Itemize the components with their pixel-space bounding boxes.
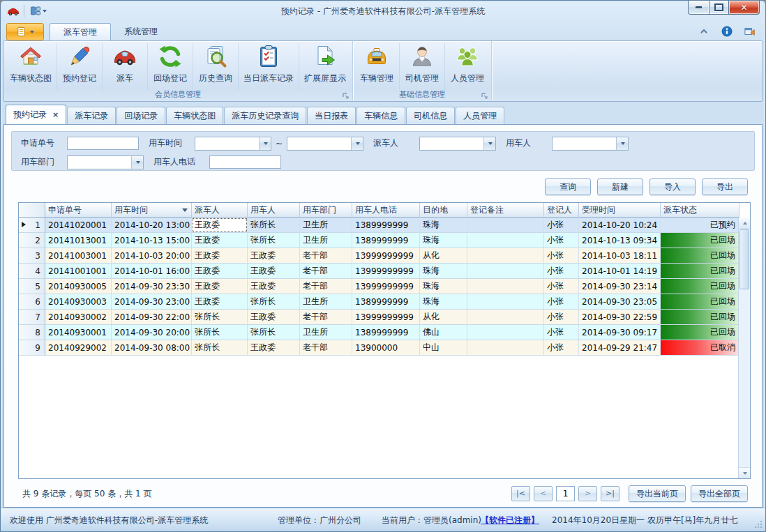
- chevron-down-icon[interactable]: [616, 137, 628, 150]
- cell-dispatcher[interactable]: 张所长: [192, 325, 248, 340]
- cell-dept[interactable]: 老干部: [300, 264, 352, 279]
- cell-status[interactable]: 已回场: [661, 233, 739, 248]
- cell-order_no[interactable]: 20140929002: [45, 340, 112, 356]
- cell-registrar[interactable]: 小张: [544, 340, 579, 356]
- cell-dispatcher[interactable]: 王政委: [192, 279, 248, 294]
- dialog-launcher-icon[interactable]: [480, 91, 488, 100]
- cell-dispatcher[interactable]: 张所长: [192, 340, 248, 356]
- column-header-registrar[interactable]: 登记人: [544, 203, 579, 218]
- chevron-down-icon[interactable]: [351, 137, 363, 150]
- cell-dispatcher[interactable]: 王政委: [192, 264, 248, 279]
- query-button[interactable]: 查询: [545, 178, 591, 195]
- cell-dispatcher[interactable]: 张所长: [192, 310, 248, 325]
- cell-remark[interactable]: [467, 248, 544, 264]
- doc-tab-3[interactable]: 回场记录: [117, 107, 165, 124]
- row-indicator[interactable]: 6: [19, 294, 45, 310]
- table-row[interactable]: 2201410130012014-10-13 15:00王政委张所长卫生所138…: [19, 233, 739, 248]
- column-header-destination[interactable]: 目的地: [420, 203, 467, 218]
- cell-remark[interactable]: [467, 294, 544, 310]
- next-page-button[interactable]: >: [578, 486, 597, 501]
- cell-order_no[interactable]: 20141013001: [45, 233, 112, 248]
- cell-car_user[interactable]: 张所长: [248, 233, 300, 248]
- cell-phone[interactable]: 1389999999: [352, 218, 420, 233]
- import-button[interactable]: 导入: [649, 178, 696, 195]
- doc-tab-5[interactable]: 派车历史记录查询: [224, 107, 306, 124]
- use-time-to-combo[interactable]: [287, 137, 363, 151]
- chevron-down-icon[interactable]: [131, 156, 143, 169]
- cell-car_user[interactable]: 王政委: [248, 340, 300, 356]
- cell-car_user[interactable]: 张所长: [248, 294, 300, 310]
- doc-tab-8[interactable]: 司机信息: [406, 107, 455, 124]
- table-row[interactable]: 5201409300052014-09-30 23:30王政委王政委老干部139…: [19, 279, 739, 294]
- row-indicator[interactable]: 3: [19, 248, 45, 264]
- cell-car_user[interactable]: 张所长: [248, 218, 300, 233]
- export-all-pages-button[interactable]: 导出全部页: [691, 485, 748, 502]
- cell-dept[interactable]: 老干部: [300, 279, 352, 294]
- dispatcher-combo[interactable]: [419, 137, 496, 151]
- info-icon[interactable]: [721, 26, 733, 37]
- switch-window-icon[interactable]: [744, 26, 756, 37]
- column-header-accept_time[interactable]: 受理时间: [579, 203, 661, 218]
- cell-status[interactable]: 已回场: [661, 248, 739, 264]
- column-header-dispatcher[interactable]: 派车人: [192, 203, 248, 218]
- cell-dept[interactable]: 卫生所: [300, 325, 352, 340]
- cell-use_time[interactable]: 2014-09-30 22:00: [112, 310, 192, 325]
- new-button[interactable]: 新建: [597, 178, 643, 195]
- application-menu-button[interactable]: [6, 23, 44, 40]
- ribbon-tab-2[interactable]: 系统管理: [111, 23, 171, 40]
- maximize-button[interactable]: [709, 1, 729, 15]
- cell-car_user[interactable]: 张所长: [248, 325, 300, 340]
- ribbon-button-extended-screen[interactable]: 扩展屏显示: [299, 43, 351, 90]
- close-tab-icon[interactable]: ×: [52, 110, 59, 119]
- use-time-from-combo[interactable]: [195, 137, 271, 151]
- row-indicator[interactable]: 9: [19, 340, 45, 356]
- ribbon-button-personnel-management[interactable]: 人员管理: [445, 43, 490, 90]
- scrollbar-thumb[interactable]: [739, 229, 749, 289]
- cell-destination[interactable]: 从化: [420, 248, 467, 264]
- cell-accept_time[interactable]: 2014-10-13 09:34: [579, 233, 661, 248]
- cell-accept_time[interactable]: 2014-09-30 22:59: [579, 310, 661, 325]
- cell-phone[interactable]: 1389999999: [352, 233, 420, 248]
- doc-tab-2[interactable]: 派车记录: [67, 107, 116, 124]
- cell-use_time[interactable]: 2014-10-01 16:00: [112, 264, 192, 279]
- ribbon-button-reservation-register[interactable]: 预约登记: [57, 43, 103, 90]
- cell-status[interactable]: 已回场: [661, 310, 739, 325]
- cell-accept_time[interactable]: 2014-09-30 09:17: [579, 325, 661, 340]
- cell-use_time[interactable]: 2014-09-30 23:30: [112, 279, 192, 294]
- current-page-input[interactable]: [556, 486, 575, 501]
- ribbon-button-return-register[interactable]: 回场登记: [148, 43, 193, 90]
- cell-use_time[interactable]: 2014-09-30 23:00: [112, 294, 192, 310]
- cell-accept_time[interactable]: 2014-09-30 23:14: [579, 279, 661, 294]
- cell-remark[interactable]: [467, 264, 544, 279]
- cell-remark[interactable]: [467, 233, 544, 248]
- cell-car_user[interactable]: 王政委: [248, 279, 300, 294]
- dialog-launcher-icon[interactable]: [341, 91, 350, 100]
- cell-registrar[interactable]: 小张: [544, 310, 579, 325]
- column-header-use_time[interactable]: 用车时间: [112, 203, 192, 218]
- ribbon-button-driver-management[interactable]: 司机管理: [400, 43, 445, 90]
- first-page-button[interactable]: |<: [511, 486, 530, 501]
- cell-dispatcher[interactable]: 王政委: [192, 248, 248, 264]
- doc-tab-1[interactable]: 预约记录×: [6, 105, 66, 124]
- table-row[interactable]: 8201409300012014-09-30 20:00张所长张所长卫生所138…: [19, 325, 739, 340]
- cell-status[interactable]: 已回场: [661, 279, 739, 294]
- cell-remark[interactable]: [467, 310, 544, 325]
- cell-destination[interactable]: 从化: [420, 310, 467, 325]
- table-row[interactable]: 1201410200012014-10-20 13:00王政委张所长卫生所138…: [19, 218, 739, 233]
- request-no-input[interactable]: [67, 137, 139, 150]
- cell-dept[interactable]: 卫生所: [300, 233, 352, 248]
- cell-phone[interactable]: 13999999999: [352, 310, 420, 325]
- cell-order_no[interactable]: 20140930005: [45, 279, 112, 294]
- cell-use_time[interactable]: 2014-09-30 20:00: [112, 325, 192, 340]
- cell-order_no[interactable]: 20141001001: [45, 264, 112, 279]
- column-header-status[interactable]: 派车状态: [661, 203, 739, 218]
- cell-registrar[interactable]: 小张: [544, 248, 579, 264]
- cell-dept[interactable]: 老干部: [300, 310, 352, 325]
- column-header-order_no[interactable]: 申请单号: [45, 203, 112, 218]
- row-indicator[interactable]: 2: [19, 233, 45, 248]
- cell-destination[interactable]: 佛山: [420, 325, 467, 340]
- cell-dept[interactable]: 卫生所: [300, 218, 352, 233]
- cell-car_user[interactable]: 王政委: [248, 310, 300, 325]
- ribbon-button-vehicle-status-chart[interactable]: 车辆状态图: [5, 43, 57, 90]
- cell-car_user[interactable]: 王政委: [248, 264, 300, 279]
